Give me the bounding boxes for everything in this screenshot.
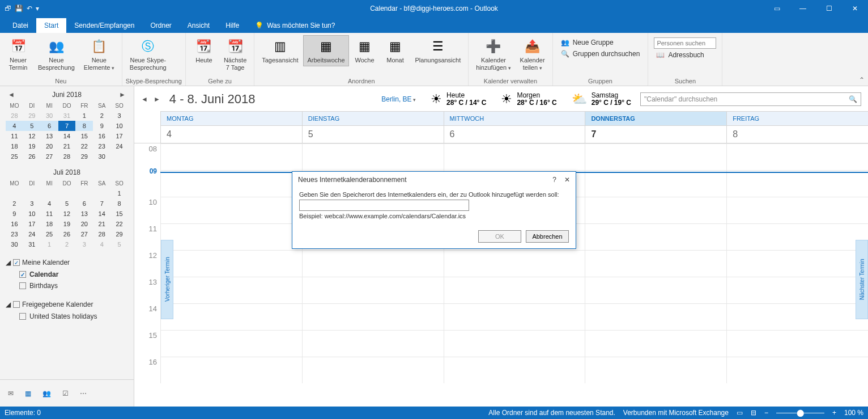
internet-calendar-dialog: Neues Internetkalenderabonnement ? ✕ Geb… (292, 171, 576, 249)
close-icon[interactable]: ✕ (564, 176, 570, 184)
dialog-example: Beispiel: webcal://www.example.com/calen… (299, 213, 569, 219)
dialog-mask: Neues Internetkalenderabonnement ? ✕ Geb… (0, 0, 868, 419)
ok-button[interactable]: OK (478, 230, 521, 243)
help-icon[interactable]: ? (552, 176, 556, 184)
dialog-title: Neues Internetkalenderabonnement (298, 176, 406, 184)
cancel-button[interactable]: Abbrechen (526, 230, 569, 243)
calendar-url-input[interactable] (299, 200, 469, 211)
dialog-prompt: Geben Sie den Speicherort des Internetka… (299, 191, 569, 198)
